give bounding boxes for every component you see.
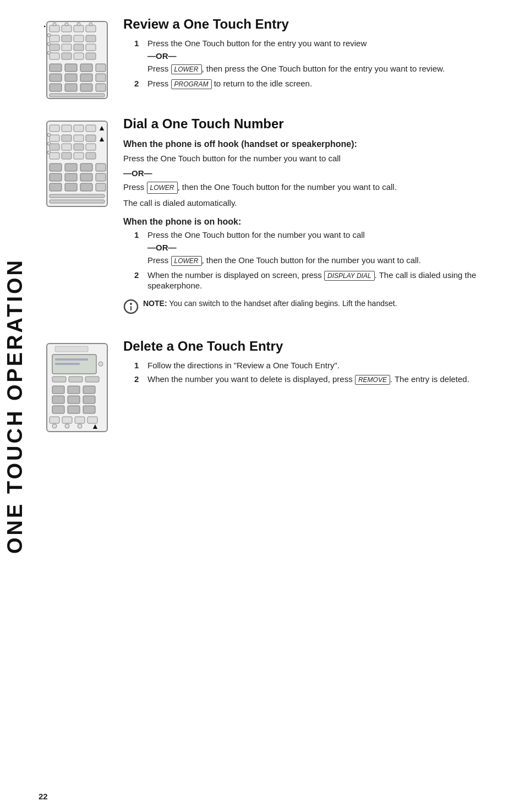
step-2-content: Press PROGRAM to return to the idle scre… [147, 79, 503, 89]
review-section: ➤ [44, 17, 503, 103]
svg-rect-31 [80, 74, 92, 81]
step-2-number: 2 [134, 79, 147, 88]
svg-rect-10 [50, 35, 59, 42]
svg-rect-30 [65, 74, 77, 81]
svg-rect-18 [62, 44, 72, 51]
lower-key-3: LOWER [171, 256, 202, 266]
step-1-main-text: Press the One Touch button for the entry… [147, 39, 367, 48]
svg-rect-84 [69, 377, 83, 382]
svg-rect-69 [65, 183, 77, 191]
lower-key-2: LOWER [147, 182, 178, 194]
svg-rect-72 [50, 194, 105, 198]
svg-rect-59 [86, 152, 96, 159]
off-hook-title: When the phone is off hook (handset or s… [123, 139, 503, 149]
delete-section-layout: ▲ Delete a One Touch Entry 1 Follow the … [44, 339, 503, 436]
svg-rect-37 [50, 94, 105, 97]
svg-rect-52 [50, 144, 59, 150]
delete-title: Delete a One Touch Entry [123, 339, 503, 354]
on-hook-step-2-number: 2 [134, 270, 147, 280]
delete-step-2-text: When the number you want to delete is di… [147, 374, 469, 384]
svg-rect-17 [50, 44, 59, 51]
svg-rect-92 [52, 406, 64, 413]
phone-illustration-dial: ▲ ▲ [44, 118, 110, 211]
svg-rect-95 [50, 417, 59, 423]
step-2-main-text: Press PROGRAM to return to the idle scre… [147, 79, 312, 88]
off-hook-body: Press the One Touch button for the numbe… [123, 152, 503, 165]
on-hook-step-2: 2 When the number is displayed on screen… [134, 270, 503, 290]
svg-rect-54 [74, 144, 84, 150]
svg-rect-86 [52, 386, 64, 394]
svg-rect-45 [62, 135, 72, 141]
delete-step-1: 1 Follow the directions in "Review a One… [134, 361, 503, 370]
svg-rect-96 [62, 417, 72, 423]
svg-rect-1 [50, 25, 59, 32]
dial-section: ▲ ▲ [44, 116, 503, 325]
svg-rect-42 [86, 125, 96, 132]
svg-rect-65 [65, 173, 77, 181]
delete-step-2-number: 2 [134, 374, 147, 384]
display-dial-key: DISPLAY DIAL [324, 271, 375, 281]
lower-key-1: LOWER [171, 64, 202, 74]
svg-rect-19 [74, 44, 84, 51]
svg-text:▲: ▲ [91, 422, 99, 430]
svg-rect-68 [50, 183, 62, 191]
on-hook-step-1-or: Press LOWER, then the One Touch button f… [147, 255, 421, 265]
svg-rect-40 [62, 125, 72, 132]
on-hook-step-2-text: When the number is displayed on screen, … [147, 270, 476, 290]
or-divider-3: —OR— [147, 243, 503, 252]
step-1-or-detail: Press LOWER, then press the One Touch bu… [147, 64, 445, 73]
svg-rect-56 [50, 152, 59, 159]
svg-rect-58 [74, 152, 84, 159]
svg-rect-80 [55, 358, 88, 361]
svg-rect-71 [96, 183, 106, 191]
svg-rect-81 [55, 363, 80, 365]
dial-section-layout: ▲ ▲ [44, 116, 503, 325]
svg-rect-2 [62, 25, 72, 32]
note-box: NOTE: You can switch to the handset afte… [123, 298, 503, 318]
program-key-1: PROGRAM [171, 79, 212, 89]
svg-rect-39 [50, 125, 59, 132]
step-1-number: 1 [134, 39, 147, 48]
review-step-1: 1 Press the One Touch button for the ent… [134, 39, 503, 74]
on-hook-step-1: 1 Press the One Touch button for the num… [134, 230, 503, 266]
svg-rect-36 [96, 84, 106, 91]
svg-rect-11 [62, 35, 72, 42]
delete-step-1-number: 1 [134, 361, 147, 370]
on-hook-step-1-content: Press the One Touch button for the numbe… [147, 230, 503, 266]
delete-step-1-text: Follow the directions in "Review a One T… [147, 361, 340, 370]
delete-step-2-content: When the number you want to delete is di… [147, 374, 503, 385]
delete-section: ▲ Delete a One Touch Entry 1 Follow the … [44, 339, 503, 436]
svg-rect-73 [50, 200, 105, 203]
note-text: NOTE: You can switch to the handset afte… [143, 298, 397, 309]
svg-rect-64 [50, 173, 62, 181]
sidebar: ONE TOUCH OPERATION [0, 0, 30, 812]
svg-point-14 [47, 34, 51, 37]
on-hook-subsection: When the phone is on hook: 1 Press the O… [123, 217, 503, 290]
dial-section-text: Dial a One Touch Number When the phone i… [123, 116, 503, 325]
svg-rect-44 [50, 135, 59, 141]
dial-title: Dial a One Touch Number [123, 116, 503, 132]
svg-rect-53 [62, 144, 72, 150]
svg-rect-94 [83, 406, 95, 413]
svg-rect-41 [74, 125, 84, 132]
svg-rect-22 [62, 53, 72, 59]
or-divider-2: —OR— [123, 168, 503, 178]
svg-rect-87 [68, 386, 80, 394]
svg-rect-4 [86, 25, 96, 32]
step-1-content: Press the One Touch button for the entry… [147, 39, 503, 74]
svg-rect-29 [50, 74, 62, 81]
svg-point-5 [53, 23, 56, 26]
svg-rect-83 [52, 377, 66, 382]
on-hook-step-1-text: Press the One Touch button for the numbe… [147, 230, 365, 239]
svg-point-7 [77, 23, 80, 26]
note-icon [123, 299, 139, 318]
off-hook-subsection: When the phone is off hook (handset or s… [123, 139, 503, 209]
on-hook-step-2-content: When the number is displayed on screen, … [147, 270, 503, 290]
svg-rect-91 [83, 396, 95, 404]
svg-point-101 [78, 424, 82, 428]
sidebar-text: ONE TOUCH OPERATION [3, 258, 27, 554]
svg-rect-89 [52, 396, 64, 404]
phone-illustration-delete: ▲ [44, 341, 110, 436]
svg-point-75 [130, 303, 132, 305]
svg-rect-20 [86, 44, 96, 51]
